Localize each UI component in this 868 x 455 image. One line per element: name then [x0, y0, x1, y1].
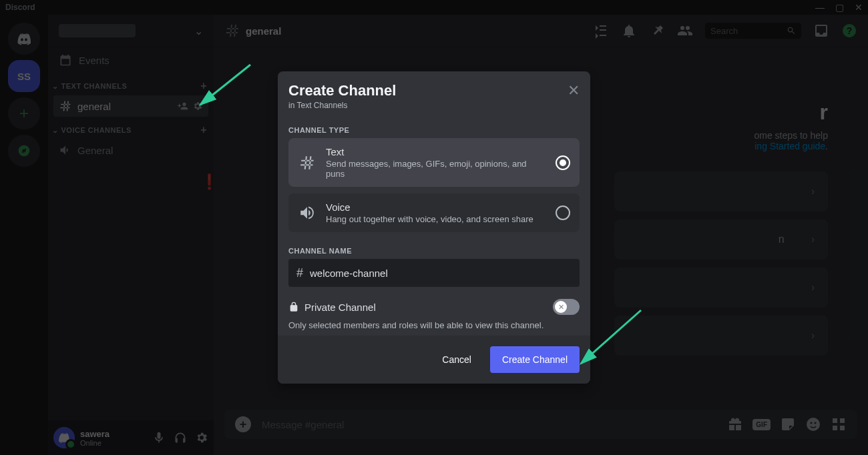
create-channel-modal: Create Channel in Text Channels ✕ CHANNE…	[278, 71, 590, 384]
modal-subtitle: in Text Channels	[288, 101, 580, 110]
speaker-icon	[298, 204, 316, 221]
radio-voice[interactable]	[556, 205, 570, 220]
hash-icon	[298, 154, 316, 171]
private-channel-toggle[interactable]: ✕	[553, 299, 580, 315]
toggle-knob-icon: ✕	[555, 301, 567, 313]
channel-type-label: CHANNEL TYPE	[278, 118, 590, 138]
create-channel-button[interactable]: Create Channel	[490, 346, 580, 373]
hash-icon: #	[296, 266, 303, 280]
modal-title: Create Channel	[288, 82, 580, 99]
modal-close-button[interactable]: ✕	[568, 82, 580, 99]
lock-icon	[288, 302, 299, 312]
channel-name-input[interactable]	[310, 268, 572, 279]
cancel-button[interactable]: Cancel	[431, 348, 482, 372]
channel-name-label: CHANNEL NAME	[278, 239, 590, 259]
channel-type-text[interactable]: Text Send messages, images, GIFs, emoji,…	[288, 138, 580, 187]
radio-text-selected[interactable]	[556, 155, 570, 170]
modal-overlay[interactable]: Create Channel in Text Channels ✕ CHANNE…	[0, 0, 868, 455]
channel-type-voice[interactable]: Voice Hang out together with voice, vide…	[288, 193, 580, 232]
private-desc: Only selected members and roles will be …	[288, 320, 580, 330]
channel-name-input-wrap[interactable]: #	[288, 259, 580, 287]
